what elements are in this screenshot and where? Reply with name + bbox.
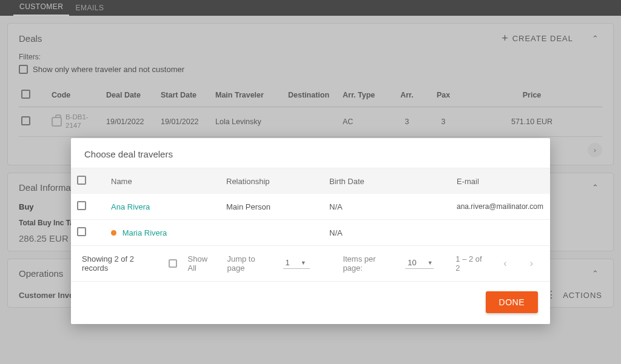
showing-records-label: Showing 2 of 2 records xyxy=(82,254,158,273)
chevron-left-icon: ‹ xyxy=(503,258,506,268)
choose-travelers-modal: Choose deal travelers Name Relationship … xyxy=(71,138,550,324)
modal-col-relationship: Relationship xyxy=(226,177,329,186)
page-range-label: 1 – 2 of 2 xyxy=(455,254,486,273)
next-page-button[interactable]: › xyxy=(524,256,539,271)
modal-scrim[interactable]: Choose deal travelers Name Relationship … xyxy=(0,0,621,364)
modal-select-all-checkbox[interactable] xyxy=(77,176,86,185)
modal-col-email: E-mail xyxy=(457,177,544,186)
modal-col-name: Name xyxy=(111,177,226,186)
dropdown-arrow-icon: ▼ xyxy=(428,260,433,266)
items-per-page-select[interactable]: 10 ▼ xyxy=(405,258,434,269)
items-per-page-value: 10 xyxy=(408,258,416,267)
dropdown-arrow-icon: ▼ xyxy=(301,260,306,266)
traveler-row-checkbox[interactable] xyxy=(77,201,86,210)
prev-page-button[interactable]: ‹ xyxy=(497,256,512,271)
done-button[interactable]: DONE xyxy=(486,291,538,313)
modal-table-row[interactable]: Ana Rivera Main Person N/A ana.rivera@ma… xyxy=(71,194,550,220)
jump-to-page-value: 1 xyxy=(286,258,290,267)
traveler-birth: N/A xyxy=(329,228,396,237)
traveler-relationship: Main Person xyxy=(226,202,329,211)
modal-col-birth: Birth Date xyxy=(329,177,396,186)
modal-pagination-bar: Showing 2 of 2 records Show All Jump to … xyxy=(71,246,550,282)
modal-title: Choose deal travelers xyxy=(71,138,550,168)
jump-to-page-select[interactable]: 1 ▼ xyxy=(283,258,310,269)
traveler-birth: N/A xyxy=(329,202,396,211)
status-dot-icon xyxy=(111,230,116,236)
show-all-checkbox[interactable] xyxy=(169,259,176,268)
jump-to-page-label: Jump to page xyxy=(227,254,272,273)
traveler-name-link[interactable]: Maria Rivera xyxy=(123,228,167,237)
traveler-row-checkbox[interactable] xyxy=(77,227,86,236)
chevron-right-icon: › xyxy=(530,258,533,268)
show-all-label: Show All xyxy=(188,254,217,273)
items-per-page-label: Items per page: xyxy=(343,254,394,273)
traveler-email: ana.rivera@mailinator.com xyxy=(457,202,544,211)
modal-table-header: Name Relationship Birth Date E-mail xyxy=(71,168,550,194)
traveler-name-link[interactable]: Ana Rivera xyxy=(111,202,150,211)
modal-table-row[interactable]: Maria Rivera N/A xyxy=(71,220,550,246)
